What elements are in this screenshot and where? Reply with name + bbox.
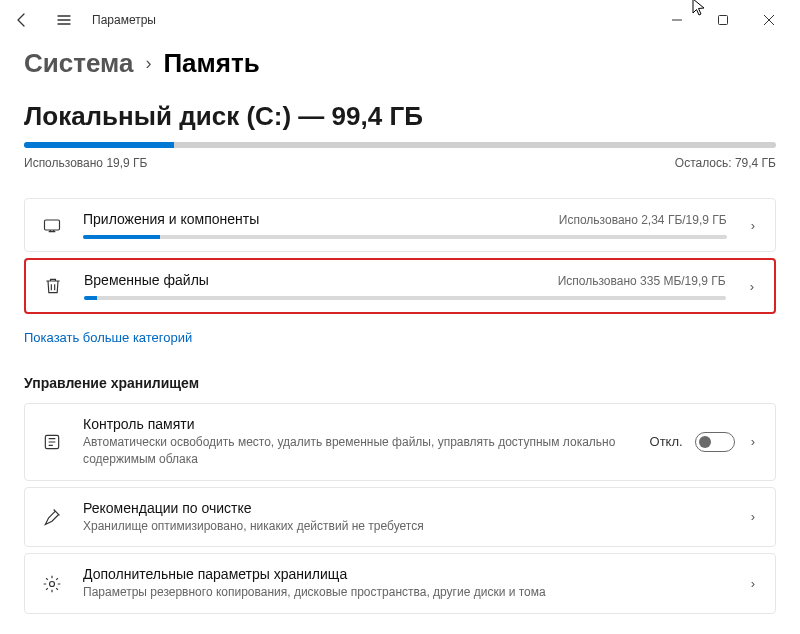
mgmt-sub: Хранилище оптимизировано, никаких действ… [83,518,727,535]
category-usage: Использовано 335 МБ/19,9 ГБ [558,274,726,288]
storage-mgmt-card[interactable]: Рекомендации по очисткеХранилище оптимиз… [24,487,776,548]
disk-usage-fill [24,142,174,148]
chevron-right-icon: › [747,509,759,524]
storage-category-card[interactable]: Временные файлыИспользовано 335 МБ/19,9 … [24,258,776,314]
disk-used-label: Использовано 19,9 ГБ [24,156,147,170]
disk-title: Локальный диск (C:) — 99,4 ГБ [24,101,776,132]
toggle-label: Откл. [650,434,683,449]
category-usage: Использовано 2,34 ГБ/19,9 ГБ [559,213,727,227]
window-controls [654,4,792,36]
hamburger-menu-icon[interactable] [50,6,78,34]
category-progress [84,296,726,300]
svg-rect-1 [45,220,60,230]
category-title: Временные файлы [84,272,209,288]
mgmt-sub: Автоматически освободить место, удалить … [83,434,630,468]
breadcrumb-parent[interactable]: Система [24,48,133,79]
titlebar: Параметры [0,0,800,40]
apps-icon [41,215,63,235]
maximize-button[interactable] [700,4,746,36]
disk-usage-bar [24,142,776,148]
broom-icon [41,507,63,527]
app-title: Параметры [92,13,156,27]
back-button[interactable] [8,6,36,34]
breadcrumb: Система › Память [24,48,776,79]
chevron-right-icon: › [747,434,759,449]
chevron-right-icon: › [746,279,758,294]
trash-icon [42,276,64,296]
mgmt-title: Дополнительные параметры хранилища [83,566,727,582]
disk-free-label: Осталось: 79,4 ГБ [675,156,776,170]
storage-category-card[interactable]: Приложения и компонентыИспользовано 2,34… [24,198,776,252]
mgmt-sub: Параметры резервного копирования, дисков… [83,584,727,601]
chevron-right-icon: › [747,576,759,591]
svg-point-3 [50,581,55,586]
breadcrumb-current: Память [163,48,259,79]
storage-mgmt-card[interactable]: Дополнительные параметры хранилищаПараме… [24,553,776,614]
mgmt-title: Контроль памяти [83,416,630,432]
minimize-button[interactable] [654,4,700,36]
storage-mgmt-card[interactable]: Контроль памятиАвтоматически освободить … [24,403,776,481]
mgmt-title: Рекомендации по очистке [83,500,727,516]
show-more-link[interactable]: Показать больше категорий [24,330,192,345]
chevron-right-icon: › [747,218,759,233]
chevron-right-icon: › [145,53,151,74]
category-progress [83,235,727,239]
storage-management-header: Управление хранилищем [24,375,776,391]
svg-rect-0 [719,16,728,25]
storage-sense-toggle[interactable] [695,432,735,452]
sense-icon [41,432,63,452]
gear-icon [41,574,63,594]
category-title: Приложения и компоненты [83,211,259,227]
close-button[interactable] [746,4,792,36]
